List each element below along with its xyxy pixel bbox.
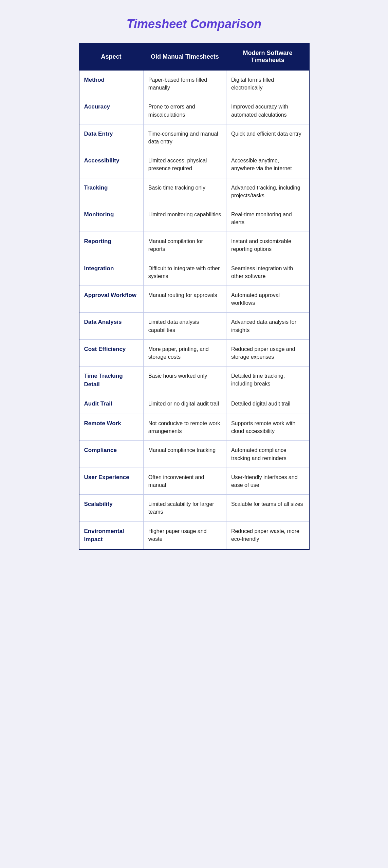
- cell-aspect: Environmental Impact: [79, 521, 144, 550]
- table-row: ReportingManual compilation for reportsI…: [79, 232, 309, 259]
- cell-old: Manual compilation for reports: [143, 232, 226, 259]
- table-row: MonitoringLimited monitoring capabilitie…: [79, 205, 309, 232]
- cell-aspect: Compliance: [79, 441, 144, 468]
- table-row: ScalabilityLimited scalability for large…: [79, 495, 309, 521]
- cell-aspect: Approval Workflow: [79, 286, 144, 313]
- cell-old: Time-consuming and manual data entry: [143, 124, 226, 151]
- table-row: Audit TrailLimited or no digital audit t…: [79, 394, 309, 414]
- table-row: AccessibilityLimited access, physical pr…: [79, 151, 309, 178]
- table-row: AccuracyProne to errors and miscalculati…: [79, 97, 309, 124]
- table-row: Environmental ImpactHigher paper usage a…: [79, 521, 309, 550]
- cell-new: Detailed digital audit trail: [226, 394, 309, 414]
- cell-old: Prone to errors and miscalculations: [143, 97, 226, 124]
- main-container: Timesheet Comparison Aspect Old Manual T…: [75, 7, 313, 557]
- cell-aspect: Cost Efficiency: [79, 339, 144, 366]
- cell-old: Limited access, physical presence requir…: [143, 151, 226, 178]
- cell-old: Basic time tracking only: [143, 178, 226, 205]
- cell-old: Paper-based forms filled manually: [143, 70, 226, 97]
- cell-old: Manual routing for approvals: [143, 286, 226, 313]
- cell-aspect: Method: [79, 70, 144, 97]
- header-old: Old Manual Timesheets: [143, 43, 226, 70]
- cell-old: More paper, printing, and storage costs: [143, 339, 226, 366]
- cell-old: Manual compliance tracking: [143, 441, 226, 468]
- cell-new: Scalable for teams of all sizes: [226, 495, 309, 521]
- cell-aspect: Reporting: [79, 232, 144, 259]
- header-new: Modern Software Timesheets: [226, 43, 309, 70]
- cell-new: Advanced data analysis for insights: [226, 313, 309, 339]
- table-row: Data EntryTime-consuming and manual data…: [79, 124, 309, 151]
- cell-aspect: Data Analysis: [79, 313, 144, 339]
- table-row: Time Tracking DetailBasic hours worked o…: [79, 367, 309, 394]
- table-row: Cost EfficiencyMore paper, printing, and…: [79, 339, 309, 366]
- cell-aspect: Tracking: [79, 178, 144, 205]
- table-row: Data AnalysisLimited data analysis capab…: [79, 313, 309, 339]
- cell-aspect: Data Entry: [79, 124, 144, 151]
- table-row: MethodPaper-based forms filled manuallyD…: [79, 70, 309, 97]
- cell-new: Digital forms filled electronically: [226, 70, 309, 97]
- cell-new: Automated compliance tracking and remind…: [226, 441, 309, 468]
- cell-old: Higher paper usage and waste: [143, 521, 226, 550]
- cell-new: Automated approval workflows: [226, 286, 309, 313]
- cell-new: Accessible anytime, anywhere via the int…: [226, 151, 309, 178]
- cell-old: Limited monitoring capabilities: [143, 205, 226, 232]
- page-title: Timesheet Comparison: [86, 17, 303, 31]
- table-row: Approval WorkflowManual routing for appr…: [79, 286, 309, 313]
- cell-new: Instant and customizable reporting optio…: [226, 232, 309, 259]
- table-row: User ExperienceOften inconvenient and ma…: [79, 468, 309, 494]
- cell-new: Quick and efficient data entry: [226, 124, 309, 151]
- cell-new: Detailed time tracking, including breaks: [226, 367, 309, 394]
- cell-old: Not conducive to remote work arrangement…: [143, 414, 226, 441]
- title-wrapper: Timesheet Comparison: [79, 14, 310, 35]
- cell-aspect: User Experience: [79, 468, 144, 494]
- cell-new: Supports remote work with cloud accessib…: [226, 414, 309, 441]
- cell-aspect: Audit Trail: [79, 394, 144, 414]
- cell-aspect: Remote Work: [79, 414, 144, 441]
- cell-new: User-friendly interfaces and ease of use: [226, 468, 309, 494]
- cell-old: Often inconvenient and manual: [143, 468, 226, 494]
- cell-aspect: Accessibility: [79, 151, 144, 178]
- cell-aspect: Accuracy: [79, 97, 144, 124]
- cell-aspect: Monitoring: [79, 205, 144, 232]
- cell-new: Reduced paper usage and storage expenses: [226, 339, 309, 366]
- cell-old: Basic hours worked only: [143, 367, 226, 394]
- cell-new: Seamless integration with other software: [226, 259, 309, 285]
- cell-aspect: Integration: [79, 259, 144, 285]
- cell-aspect: Scalability: [79, 495, 144, 521]
- table-row: TrackingBasic time tracking onlyAdvanced…: [79, 178, 309, 205]
- table-row: Remote WorkNot conducive to remote work …: [79, 414, 309, 441]
- cell-new: Real-time monitoring and alerts: [226, 205, 309, 232]
- comparison-table: Aspect Old Manual Timesheets Modern Soft…: [79, 43, 310, 550]
- header-aspect: Aspect: [79, 43, 144, 70]
- table-header-row: Aspect Old Manual Timesheets Modern Soft…: [79, 43, 309, 70]
- cell-aspect: Time Tracking Detail: [79, 367, 144, 394]
- cell-old: Limited scalability for larger teams: [143, 495, 226, 521]
- cell-old: Limited data analysis capabilities: [143, 313, 226, 339]
- cell-new: Reduced paper waste, more eco-friendly: [226, 521, 309, 550]
- cell-new: Advanced tracking, including projects/ta…: [226, 178, 309, 205]
- cell-old: Limited or no digital audit trail: [143, 394, 226, 414]
- table-row: IntegrationDifficult to integrate with o…: [79, 259, 309, 285]
- table-row: ComplianceManual compliance trackingAuto…: [79, 441, 309, 468]
- cell-old: Difficult to integrate with other system…: [143, 259, 226, 285]
- cell-new: Improved accuracy with automated calcula…: [226, 97, 309, 124]
